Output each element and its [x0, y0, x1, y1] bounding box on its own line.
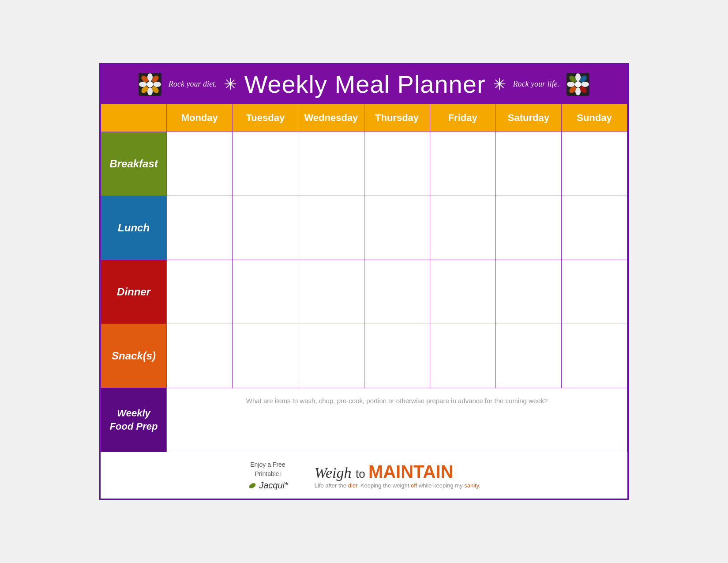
- planner-table: Monday Tuesday Wednesday Thursday Friday…: [101, 104, 627, 452]
- lunch-wednesday[interactable]: [298, 196, 364, 260]
- footer: Enjoy a Free Printable! Jacqui* Weigh to…: [101, 452, 627, 499]
- footer-enjoy-text: Enjoy a Free Printable!: [248, 460, 288, 479]
- dinner-tuesday[interactable]: [233, 260, 298, 324]
- lunch-tuesday[interactable]: [233, 196, 298, 260]
- footer-brand-section: Weigh to MAINTAIN Life after the diet. K…: [315, 462, 480, 489]
- weekly-prep-label: Weekly Food Prep: [101, 388, 167, 452]
- breakfast-row: Breakfast: [101, 132, 627, 196]
- weekly-prep-content[interactable]: What are items to wash, chop, pre-cook, …: [167, 388, 627, 452]
- snacks-monday[interactable]: [167, 324, 233, 388]
- lunch-row: Lunch: [101, 196, 627, 260]
- breakfast-sunday[interactable]: [561, 132, 627, 196]
- snacks-wednesday[interactable]: [298, 324, 364, 388]
- snacks-saturday[interactable]: [495, 324, 561, 388]
- svg-point-21: [575, 82, 581, 87]
- footer-printable-section: Enjoy a Free Printable! Jacqui*: [248, 460, 288, 491]
- weekly-prep-row: Weekly Food Prep What are items to wash,…: [101, 388, 627, 452]
- svg-point-15: [567, 82, 575, 87]
- header-asterisk-right: ✳: [493, 75, 506, 94]
- lunch-monday[interactable]: [167, 196, 233, 260]
- snacks-thursday[interactable]: [364, 324, 430, 388]
- flower-icon-left: [139, 73, 161, 96]
- svg-point-5: [153, 82, 161, 87]
- day-header-monday: Monday: [167, 104, 233, 132]
- flower-icon-right: [567, 73, 589, 96]
- snacks-tuesday[interactable]: [233, 324, 298, 388]
- weekly-meal-planner: Rock your diet. ✳ Weekly Meal Planner ✳ …: [99, 63, 629, 500]
- weekly-prep-placeholder: What are items to wash, chop, pre-cook, …: [174, 397, 620, 404]
- footer-weigh: Weigh: [315, 465, 352, 481]
- header-tagline-right: Rock your life.: [513, 79, 559, 89]
- svg-point-2: [147, 73, 153, 81]
- header-asterisk-left: ✳: [224, 75, 237, 94]
- breakfast-tuesday[interactable]: [233, 132, 298, 196]
- footer-brand-name: Weigh to MAINTAIN: [315, 462, 480, 481]
- breakfast-saturday[interactable]: [495, 132, 561, 196]
- footer-to: to: [356, 467, 368, 480]
- dinner-saturday[interactable]: [495, 260, 561, 324]
- header-title: Weekly Meal Planner: [244, 70, 485, 98]
- snacks-label: Snack(s): [101, 324, 167, 388]
- day-header-wednesday: Wednesday: [298, 104, 364, 132]
- svg-point-13: [575, 73, 581, 81]
- dinner-friday[interactable]: [430, 260, 495, 324]
- lunch-label: Lunch: [101, 196, 167, 260]
- svg-point-14: [575, 87, 581, 95]
- lunch-friday[interactable]: [430, 196, 495, 260]
- footer-signature: Jacqui*: [259, 480, 288, 491]
- dinner-row: Dinner: [101, 260, 627, 324]
- dinner-label: Dinner: [101, 260, 167, 324]
- svg-point-10: [147, 82, 153, 87]
- dinner-wednesday[interactable]: [298, 260, 364, 324]
- svg-point-3: [147, 87, 153, 95]
- svg-point-4: [139, 82, 147, 87]
- dinner-monday[interactable]: [167, 260, 233, 324]
- snacks-friday[interactable]: [430, 324, 495, 388]
- leaf-icon: [248, 481, 257, 491]
- lunch-thursday[interactable]: [364, 196, 430, 260]
- breakfast-label: Breakfast: [101, 132, 167, 196]
- footer-maintain: MAINTAIN: [368, 462, 454, 481]
- day-header-tuesday: Tuesday: [233, 104, 298, 132]
- snacks-row: Snack(s): [101, 324, 627, 388]
- day-header-saturday: Saturday: [495, 104, 561, 132]
- dinner-thursday[interactable]: [364, 260, 430, 324]
- footer-tagline: Life after the diet. Keeping the weight …: [315, 482, 480, 489]
- day-header-sunday: Sunday: [561, 104, 627, 132]
- weekly-prep-label-text: Weekly Food Prep: [110, 408, 158, 432]
- breakfast-wednesday[interactable]: [298, 132, 364, 196]
- header-banner: Rock your diet. ✳ Weekly Meal Planner ✳ …: [101, 64, 627, 104]
- header-tagline-left: Rock your diet.: [169, 79, 217, 89]
- breakfast-friday[interactable]: [430, 132, 495, 196]
- svg-point-16: [581, 82, 589, 87]
- snacks-sunday[interactable]: [561, 324, 627, 388]
- breakfast-monday[interactable]: [167, 132, 233, 196]
- corner-cell: [101, 104, 167, 132]
- lunch-sunday[interactable]: [561, 196, 627, 260]
- lunch-saturday[interactable]: [495, 196, 561, 260]
- breakfast-thursday[interactable]: [364, 132, 430, 196]
- dinner-sunday[interactable]: [561, 260, 627, 324]
- days-header-row: Monday Tuesday Wednesday Thursday Friday…: [101, 104, 627, 132]
- day-header-thursday: Thursday: [364, 104, 430, 132]
- day-header-friday: Friday: [430, 104, 495, 132]
